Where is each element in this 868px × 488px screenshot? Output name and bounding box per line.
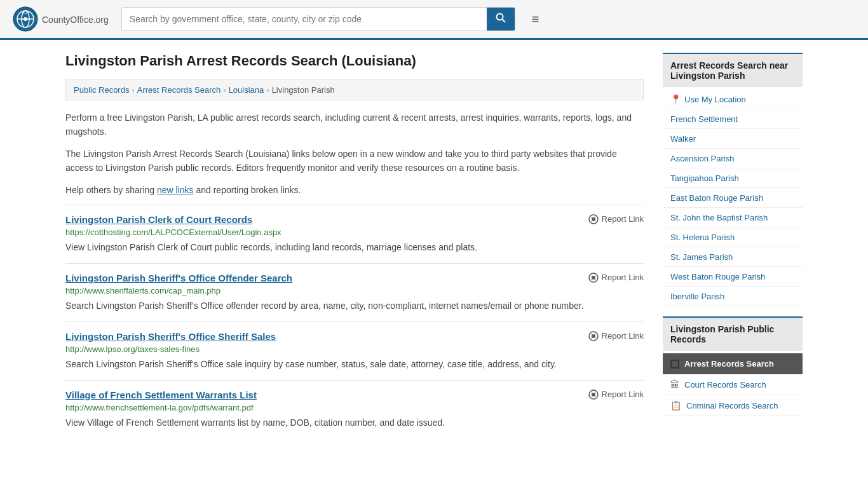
description-3: Help others by sharing new links and rep…: [65, 183, 644, 197]
logo-suffix: .org: [93, 15, 109, 25]
sidebar-nearby-item: St. Helena Parish: [663, 227, 803, 247]
sidebar-nearby-header: Arrest Records Search near Livingston Pa…: [663, 53, 803, 87]
record-icon-2: 📋: [670, 400, 681, 410]
sidebar-record-link-1[interactable]: Court Records Search: [684, 380, 766, 390]
sidebar-nearby-item: Tangipahoa Parish: [663, 168, 803, 188]
result-title-3[interactable]: Village of French Settlement Warrants Li…: [65, 390, 257, 400]
sidebar-public-records-section: Livingston Parish Public Records Arrest …: [663, 316, 803, 416]
result-header-1: Livingston Parish Sheriff's Office Offen…: [65, 273, 644, 283]
search-button[interactable]: [487, 8, 515, 30]
report-link-button-3[interactable]: Report Link: [588, 390, 644, 400]
result-url-1: http://www.sheriffalerts.com/cap_main.ph…: [65, 286, 644, 295]
svg-point-4: [24, 17, 27, 21]
content-wrapper: Livingston Parish Arrest Records Search …: [53, 40, 815, 451]
result-desc-0: View Livingston Parish Clerk of Court pu…: [65, 241, 644, 254]
report-link-button-1[interactable]: Report Link: [588, 273, 644, 283]
new-links-link[interactable]: new links: [157, 185, 194, 195]
sidebar-nearby-link-1[interactable]: Walker: [670, 134, 696, 144]
active-square-icon: [670, 360, 679, 369]
search-icon: [496, 13, 506, 23]
report-link-button-0[interactable]: Report Link: [588, 214, 644, 224]
main-content: Livingston Parish Arrest Records Search …: [65, 53, 644, 438]
logo[interactable]: CountyOffice.org: [13, 6, 109, 32]
record-icon-1: 🏛: [670, 379, 679, 390]
result-url-3: http://www.frenchsettlement-la.gov/pdfs/…: [65, 403, 644, 412]
result-desc-3: View Village of French Settlement warran…: [65, 416, 644, 430]
sidebar-use-location: 📍 Use My Location: [663, 90, 803, 109]
sidebar-active-record-item[interactable]: Arrest Records Search: [663, 353, 803, 374]
location-pin-icon: 📍: [670, 94, 681, 104]
result-header-2: Livingston Parish Sheriff's Office Sheri…: [65, 331, 644, 342]
report-icon-1: [588, 273, 599, 283]
report-icon-3: [588, 390, 599, 400]
sidebar-nearby-links: French SettlementWalkerAscension ParishT…: [663, 109, 803, 306]
sidebar-nearby-link-5[interactable]: St. John the Baptist Parish: [670, 213, 768, 222]
breadcrumb-current: Livingston Parish: [272, 85, 335, 95]
result-header-0: Livingston Parish Clerk of Court Records…: [65, 214, 644, 225]
report-icon-0: [588, 214, 599, 224]
sidebar-nearby-item: East Baton Rouge Parish: [663, 188, 803, 208]
sidebar-nearby-item: French Settlement: [663, 109, 803, 129]
logo-icon: [13, 6, 38, 32]
breadcrumb-sep2: ›: [223, 85, 226, 95]
sidebar-nearby-link-4[interactable]: East Baton Rouge Parish: [670, 193, 763, 203]
sidebar-active-label: Arrest Records Search: [684, 359, 774, 369]
desc3-post: and reporting broken links.: [194, 185, 301, 195]
sidebar-nearby-item: West Baton Rouge Parish: [663, 267, 803, 287]
sidebar-nearby-link-0[interactable]: French Settlement: [670, 114, 738, 124]
svg-line-6: [502, 20, 505, 23]
sidebar-nearby-link-6[interactable]: St. Helena Parish: [670, 233, 735, 242]
sidebar-nearby-item: St. James Parish: [663, 247, 803, 267]
result-desc-2: Search Livingston Parish Sheriff's Offic…: [65, 358, 644, 371]
description-2: The Livingston Parish Arrest Records Sea…: [65, 147, 644, 175]
sidebar-nearby-link-2[interactable]: Ascension Parish: [670, 154, 734, 163]
result-title-2[interactable]: Livingston Parish Sheriff's Office Sheri…: [65, 331, 276, 342]
sidebar-nearby-item: St. John the Baptist Parish: [663, 208, 803, 227]
description-1: Perform a free Livingston Parish, LA pub…: [65, 111, 644, 139]
result-item: Village of French Settlement Warrants Li…: [65, 380, 644, 438]
result-item: Livingston Parish Clerk of Court Records…: [65, 205, 644, 263]
use-my-location-link[interactable]: Use My Location: [684, 95, 746, 104]
result-url-2: http://www.lpso.org/taxes-sales-fines: [65, 344, 644, 354]
sidebar-record-item: 📋 Criminal Records Search: [663, 395, 803, 416]
sidebar-nearby-link-7[interactable]: St. James Parish: [670, 252, 733, 262]
result-title-1[interactable]: Livingston Parish Sheriff's Office Offen…: [65, 273, 292, 283]
report-icon-2: [588, 331, 599, 341]
search-input[interactable]: [122, 8, 487, 30]
sidebar-record-link-2[interactable]: Criminal Records Search: [686, 401, 778, 410]
sidebar-public-records-header: Livingston Parish Public Records: [663, 316, 803, 351]
logo-brand: CountyOffice: [42, 15, 93, 25]
sidebar-nearby-item: Walker: [663, 129, 803, 149]
breadcrumb-sep1: ›: [132, 85, 134, 95]
sidebar-nearby-link-8[interactable]: West Baton Rouge Parish: [670, 272, 765, 281]
sidebar-nearby-link-3[interactable]: Tangipahoa Parish: [670, 173, 739, 183]
sidebar-public-records-items: Arrest Records Search 🏛 Court Records Se…: [663, 353, 803, 416]
sidebar-nearby-item: Iberville Parish: [663, 287, 803, 306]
sidebar-record-item: 🏛 Court Records Search: [663, 374, 803, 395]
result-item: Livingston Parish Sheriff's Office Sheri…: [65, 322, 644, 380]
breadcrumb-arrest-records[interactable]: Arrest Records Search: [137, 85, 221, 95]
svg-point-5: [496, 14, 503, 20]
desc3-pre: Help others by sharing: [65, 185, 157, 195]
result-url-0: https://cotthosting.com/LALPCOCExternal/…: [65, 227, 644, 237]
search-bar: [121, 7, 515, 31]
breadcrumb-louisiana[interactable]: Louisiana: [229, 85, 264, 95]
result-header-3: Village of French Settlement Warrants Li…: [65, 390, 644, 400]
sidebar-nearby-link-9[interactable]: Iberville Parish: [670, 292, 724, 301]
header: CountyOffice.org ≡: [0, 0, 868, 40]
page-title: Livingston Parish Arrest Records Search …: [65, 53, 644, 69]
breadcrumb-sep3: ›: [266, 85, 269, 95]
menu-button[interactable]: ≡: [528, 8, 543, 30]
logo-text: CountyOffice.org: [42, 13, 109, 26]
sidebar-nearby-item: Ascension Parish: [663, 149, 803, 168]
breadcrumb-public-records[interactable]: Public Records: [74, 85, 129, 95]
result-title-0[interactable]: Livingston Parish Clerk of Court Records: [65, 214, 252, 225]
report-link-button-2[interactable]: Report Link: [588, 331, 644, 341]
result-desc-1: Search Livingston Parish Sheriff's Offic…: [65, 299, 644, 313]
breadcrumb: Public Records › Arrest Records Search ›…: [65, 79, 644, 100]
sidebar: Arrest Records Search near Livingston Pa…: [663, 53, 803, 438]
results-list: Livingston Parish Clerk of Court Records…: [65, 205, 644, 438]
result-item: Livingston Parish Sheriff's Office Offen…: [65, 263, 644, 322]
